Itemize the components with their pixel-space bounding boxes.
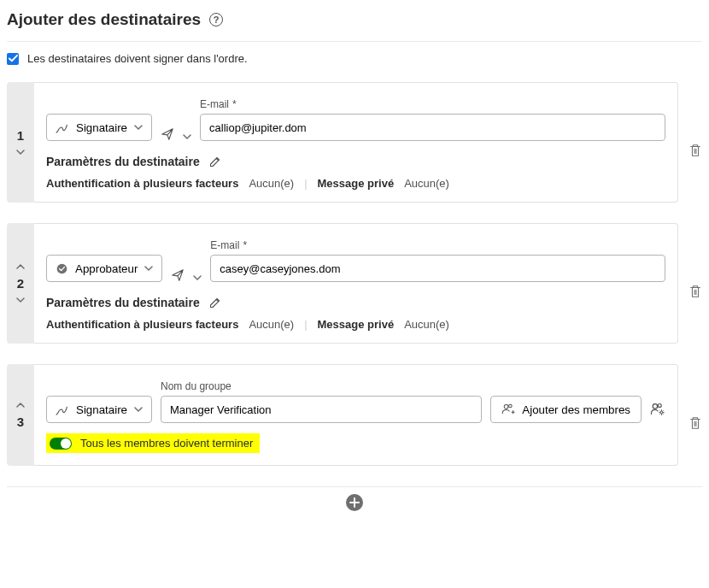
private-message-label: Message privé bbox=[318, 177, 395, 190]
sign-in-order-label: Les destinataires doivent signer dans l'… bbox=[27, 52, 248, 65]
svg-point-4 bbox=[658, 404, 661, 408]
recipient-settings-label: Paramètres du destinataire bbox=[46, 296, 200, 309]
role-label: Approbateur bbox=[75, 262, 138, 275]
role-select[interactable]: Signataire bbox=[46, 114, 152, 141]
private-message-label: Message privé bbox=[318, 318, 395, 331]
recipient-group-card: Signataire Nom du groupe Ajouter des mem… bbox=[34, 364, 678, 466]
move-up-icon[interactable] bbox=[16, 401, 25, 409]
svg-point-5 bbox=[660, 411, 663, 414]
all-members-toggle[interactable] bbox=[50, 438, 72, 450]
delete-recipient-icon[interactable] bbox=[688, 269, 702, 298]
delivery-method-caret[interactable] bbox=[183, 132, 191, 141]
checkmark-icon bbox=[9, 54, 18, 63]
page-title: Ajouter des destinataires bbox=[7, 10, 201, 29]
svg-point-2 bbox=[509, 404, 513, 408]
separator: | bbox=[304, 318, 307, 331]
svg-point-1 bbox=[505, 404, 509, 409]
recipient-settings-label: Paramètres du destinataire bbox=[46, 155, 200, 168]
recipient-row: 1 Signataire E-mail * bbox=[7, 82, 702, 203]
svg-point-0 bbox=[57, 263, 67, 273]
order-handle: 1 bbox=[7, 82, 34, 203]
delivery-method-icon[interactable] bbox=[161, 127, 174, 141]
add-members-label: Ajouter des membres bbox=[522, 403, 630, 416]
email-input[interactable] bbox=[200, 114, 665, 141]
all-members-label: Tous les membres doivent terminer bbox=[80, 437, 253, 450]
separator: | bbox=[304, 177, 307, 190]
recipient-row: 2 Approbateur E-mail * bbox=[7, 223, 702, 344]
help-icon[interactable]: ? bbox=[209, 13, 223, 26]
add-recipient-button[interactable] bbox=[346, 494, 363, 511]
role-label: Signataire bbox=[76, 121, 127, 134]
chevron-down-icon bbox=[144, 264, 153, 273]
recipient-card: Signataire E-mail * Paramètres du destin… bbox=[34, 82, 678, 203]
email-input[interactable] bbox=[210, 255, 665, 282]
role-select[interactable]: Signataire bbox=[46, 396, 152, 423]
required-asterisk: * bbox=[243, 239, 247, 251]
order-handle: 3 bbox=[7, 364, 34, 466]
chevron-down-icon bbox=[134, 123, 143, 132]
group-settings-icon[interactable] bbox=[650, 396, 665, 423]
email-label: E-mail bbox=[210, 239, 239, 251]
mfa-value: Aucun(e) bbox=[249, 318, 294, 331]
move-down-icon[interactable] bbox=[16, 296, 25, 304]
chevron-down-icon bbox=[134, 405, 143, 414]
required-asterisk: * bbox=[232, 98, 237, 110]
role-select[interactable]: Approbateur bbox=[46, 255, 162, 282]
delivery-method-icon[interactable] bbox=[171, 268, 185, 282]
pen-icon bbox=[56, 403, 69, 416]
order-number: 2 bbox=[17, 276, 24, 291]
group-name-label: Nom du groupe bbox=[161, 380, 231, 392]
mfa-label: Authentification à plusieurs facteurs bbox=[46, 177, 238, 190]
move-up-icon[interactable] bbox=[16, 262, 25, 271]
order-number: 1 bbox=[17, 128, 24, 143]
order-number: 3 bbox=[17, 415, 24, 429]
order-handle: 2 bbox=[7, 223, 34, 344]
edit-settings-icon[interactable] bbox=[208, 156, 221, 168]
email-label: E-mail bbox=[200, 98, 229, 110]
recipient-card: Approbateur E-mail * Paramètres du desti… bbox=[34, 223, 678, 344]
plus-icon bbox=[349, 497, 360, 508]
svg-point-3 bbox=[653, 404, 657, 409]
private-message-value: Aucun(e) bbox=[404, 318, 449, 331]
private-message-value: Aucun(e) bbox=[404, 177, 449, 190]
group-name-input[interactable] bbox=[161, 396, 482, 423]
sign-in-order-checkbox[interactable] bbox=[7, 53, 19, 65]
delete-group-icon[interactable] bbox=[688, 401, 702, 430]
add-members-icon bbox=[501, 403, 515, 416]
delete-recipient-icon[interactable] bbox=[688, 128, 702, 157]
mfa-value: Aucun(e) bbox=[249, 177, 294, 190]
role-label: Signataire bbox=[76, 403, 127, 416]
move-down-icon[interactable] bbox=[16, 148, 25, 156]
add-members-button[interactable]: Ajouter des membres bbox=[490, 396, 642, 423]
recipient-group-row: 3 Signataire Nom du groupe Ajouter bbox=[7, 364, 702, 466]
mfa-label: Authentification à plusieurs facteurs bbox=[46, 318, 238, 331]
delivery-method-caret[interactable] bbox=[193, 273, 202, 282]
edit-settings-icon[interactable] bbox=[208, 297, 221, 309]
check-circle-icon bbox=[56, 262, 68, 275]
pen-icon bbox=[56, 121, 69, 134]
